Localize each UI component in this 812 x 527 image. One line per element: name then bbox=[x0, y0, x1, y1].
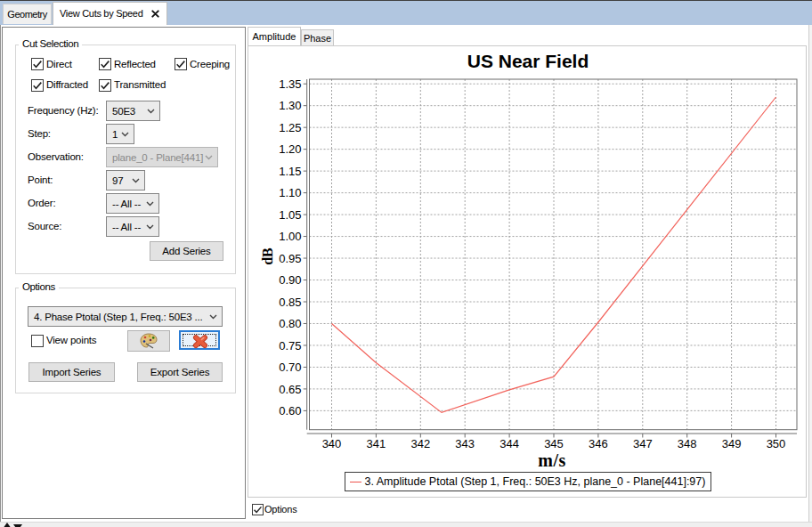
svg-text:1.10: 1.10 bbox=[279, 186, 301, 199]
svg-text:m/s: m/s bbox=[538, 450, 566, 470]
svg-text:341: 341 bbox=[367, 437, 386, 450]
svg-text:347: 347 bbox=[633, 437, 653, 450]
svg-text:345: 345 bbox=[544, 437, 564, 450]
svg-text:0.90: 0.90 bbox=[279, 273, 301, 287]
svg-text:349: 349 bbox=[722, 437, 742, 450]
svg-text:1.30: 1.30 bbox=[279, 99, 301, 112]
svg-text:350: 350 bbox=[767, 437, 786, 450]
svg-text:348: 348 bbox=[678, 437, 697, 450]
svg-text:1.35: 1.35 bbox=[279, 77, 301, 91]
svg-text:0.60: 0.60 bbox=[279, 404, 301, 418]
svg-text:346: 346 bbox=[589, 437, 608, 450]
svg-text:0.80: 0.80 bbox=[279, 317, 301, 330]
svg-text:0.95: 0.95 bbox=[279, 252, 301, 265]
svg-text:dB: dB bbox=[260, 247, 275, 265]
svg-text:0.70: 0.70 bbox=[279, 361, 301, 374]
svg-text:0.75: 0.75 bbox=[279, 339, 301, 353]
svg-text:0.65: 0.65 bbox=[279, 383, 301, 396]
svg-text:342: 342 bbox=[410, 437, 430, 450]
svg-text:1.00: 1.00 bbox=[279, 230, 301, 243]
svg-text:344: 344 bbox=[499, 437, 519, 450]
svg-text:1.25: 1.25 bbox=[279, 121, 301, 134]
svg-text:1.05: 1.05 bbox=[279, 208, 301, 222]
svg-text:343: 343 bbox=[455, 437, 475, 450]
svg-text:340: 340 bbox=[322, 437, 342, 450]
svg-text:0.85: 0.85 bbox=[279, 296, 301, 309]
svg-text:1.15: 1.15 bbox=[279, 165, 301, 178]
svg-text:1.20: 1.20 bbox=[279, 142, 301, 156]
